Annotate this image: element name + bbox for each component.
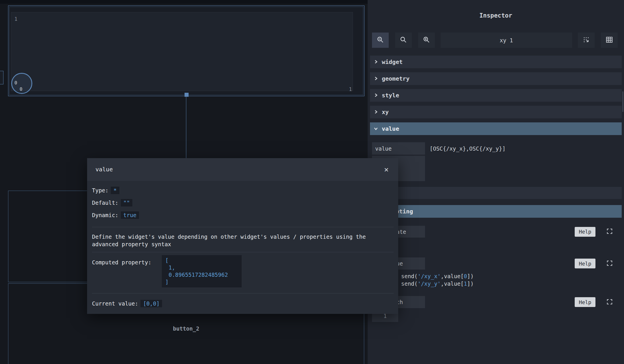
help-button[interactable]: Help (575, 259, 595, 268)
type-row: Type: * (92, 186, 119, 195)
section-value[interactable]: value (370, 122, 622, 135)
xy-handle-y-value: 0 (20, 86, 22, 92)
panel-widget-left[interactable] (8, 191, 88, 282)
expand-corners-icon (606, 228, 613, 235)
computed-label: Computed property: (92, 259, 151, 266)
divider (92, 227, 394, 227)
type-value: * (111, 187, 119, 194)
computed-value-block: [ 1, 0.8965517282485962 ] (162, 255, 242, 287)
property-help-modal: value × Type: * Default: "" Dynamic: tru… (87, 158, 398, 314)
code-area[interactable] (401, 238, 622, 251)
script-row-oncreate: onCreate Help (368, 226, 624, 238)
button-widget-label: button_2 (8, 325, 364, 332)
partial-widget-left-edge[interactable] (0, 71, 3, 84)
chevron-right-icon (374, 92, 378, 99)
section-collapsed[interactable] (370, 187, 622, 199)
property-value[interactable]: [OSC{/xy_x},OSC{/xy_y}] (430, 142, 505, 155)
help-button[interactable]: Help (575, 227, 595, 237)
section-style[interactable]: style (370, 89, 622, 102)
modal-header: value × (87, 158, 398, 181)
table-grid-icon (606, 36, 613, 44)
property-label-cell[interactable]: value (372, 142, 425, 155)
chevron-down-icon (374, 125, 378, 132)
xy-handle-x-value: 0 (14, 80, 17, 86)
expand-button[interactable] (604, 259, 615, 268)
snap-grid-button[interactable] (578, 33, 595, 48)
inspector-title: Inspector (368, 12, 624, 19)
property-description: Define the widget's value depending on o… (92, 233, 393, 248)
property-row-value: value [OSC{/xy_x},OSC{/xy_y}] (368, 142, 624, 155)
chevron-right-icon (374, 75, 378, 82)
chevron-right-icon (374, 58, 378, 65)
xy-tick-top: 1 (14, 16, 17, 22)
section-label: widget (382, 58, 403, 65)
inspector-panel: Inspector (368, 0, 624, 364)
section-widget[interactable]: widget (370, 56, 622, 68)
script-row-ontouch: onTouch Help (368, 296, 624, 308)
section-xy[interactable]: xy (370, 106, 622, 118)
selection-connector-line (186, 96, 186, 158)
chevron-right-icon (374, 109, 378, 115)
section-label: style (382, 92, 399, 99)
expand-corners-icon (606, 299, 613, 306)
divider (92, 293, 394, 293)
section-geometry[interactable]: geometry (370, 72, 622, 85)
xy-pad-area[interactable] (11, 12, 353, 91)
close-button[interactable]: × (380, 163, 393, 176)
code-area[interactable]: send('/xy_x',value[0]) send('/xy_y',valu… (401, 271, 622, 289)
current-value: [0,0] (140, 300, 162, 307)
current-value-row: Current value: [0,0] (92, 299, 162, 308)
section-label: geometry (382, 75, 409, 82)
code-area[interactable] (401, 311, 622, 322)
magnifier-icon (400, 36, 407, 44)
code-line: send('/xy_y',value[1]) (401, 280, 622, 287)
modal-title: value (95, 158, 113, 181)
help-button[interactable]: Help (575, 297, 595, 307)
resize-handle[interactable] (185, 93, 189, 97)
default-value: "" (121, 199, 133, 206)
computed-label-row: Computed property: (92, 258, 151, 267)
dynamic-row: Dynamic: true (92, 211, 139, 219)
code-editor-onvalue[interactable]: 1 2 send('/xy_x',value[0]) send('/xy_y',… (368, 271, 624, 289)
section-label: xy (382, 109, 389, 115)
default-label: Default: (92, 200, 119, 206)
magnifier-minus-icon (377, 36, 384, 44)
script-row-onvalue: onValue Help (368, 257, 624, 270)
scrollbar-thumb[interactable] (622, 91, 623, 112)
dynamic-label: Dynamic: (92, 212, 119, 218)
zoom-in-button[interactable] (418, 33, 435, 48)
code-editor-ontouch[interactable]: 1 (368, 311, 624, 322)
snap-grid-icon (582, 36, 590, 44)
zoom-out-button[interactable] (372, 33, 389, 48)
expand-button[interactable] (604, 227, 615, 237)
grid-button[interactable] (601, 33, 618, 48)
property-row (368, 168, 624, 181)
magnifier-plus-icon (423, 36, 430, 44)
section-scripting[interactable]: scripting (370, 205, 622, 218)
section-label: value (382, 125, 399, 132)
xy-widget[interactable]: 1 1 0 0 (8, 5, 364, 96)
current-value-label: Current value: (92, 300, 138, 307)
type-label: Type: (92, 187, 108, 194)
widget-name-input[interactable] (441, 33, 572, 48)
expand-corners-icon (606, 260, 613, 267)
canvas-top-strip (0, 0, 368, 4)
zoom-reset-button[interactable] (395, 33, 412, 48)
code-editor-oncreate[interactable]: 1 (368, 238, 624, 251)
property-row (368, 156, 624, 168)
dynamic-value: true (121, 211, 139, 219)
code-line: send('/xy_x',value[0]) (401, 272, 622, 280)
default-row: Default: "" (92, 198, 132, 207)
divider (92, 252, 394, 252)
xy-tick-bottom-right: 1 (349, 86, 352, 92)
expand-button[interactable] (604, 297, 615, 307)
